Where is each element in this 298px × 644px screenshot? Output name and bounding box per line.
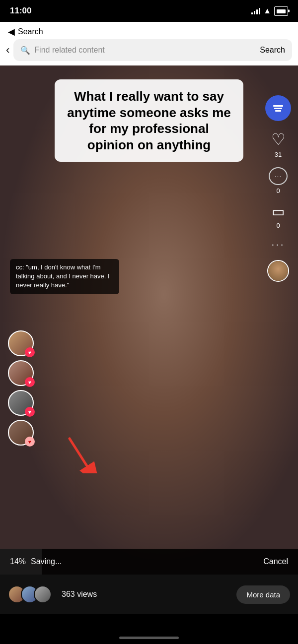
- like-action[interactable]: ♡ 31: [271, 130, 286, 158]
- nav-back-label[interactable]: Search: [18, 27, 43, 36]
- search-bar[interactable]: 🔍 Find related content Search: [13, 39, 292, 61]
- svg-line-1: [70, 439, 87, 466]
- signal-icon: [251, 7, 260, 14]
- status-bar: 11:00 ▲: [0, 0, 298, 22]
- more-dots-icon: ···: [271, 238, 285, 251]
- header: ◀ Search ‹ 🔍 Find related content Search: [0, 22, 298, 65]
- user-avatar-3[interactable]: ♥: [8, 390, 34, 416]
- heart-icon: ♡: [271, 130, 286, 149]
- user-avatar-4[interactable]: ♥: [8, 420, 34, 446]
- search-row: ‹ 🔍 Find related content Search: [0, 39, 298, 61]
- caption-overlay: What I really want to say anytime someon…: [55, 79, 243, 162]
- user-avatar-2[interactable]: ♥: [8, 360, 34, 386]
- bookmark-icon: ▭: [272, 203, 285, 220]
- save-progress-fill: [0, 549, 42, 575]
- status-icons: ▲: [251, 6, 288, 16]
- layers-icon: [273, 105, 283, 112]
- heart-badge-1: ♥: [25, 347, 35, 357]
- comment-action[interactable]: ··· 0: [269, 167, 288, 194]
- save-bar: 14% Saving... Cancel: [0, 549, 298, 575]
- bookmark-count: 0: [276, 222, 280, 229]
- right-actions: ♡ 31 ··· 0 ▭ 0 ···: [265, 95, 291, 282]
- back-arrow-icon: ◀: [8, 26, 15, 37]
- creator-avatar[interactable]: [267, 260, 289, 282]
- like-count: 31: [275, 151, 282, 158]
- caption-text: What I really want to say anytime someon…: [66, 88, 232, 153]
- comment-count: 0: [276, 187, 280, 194]
- search-button[interactable]: Search: [260, 46, 285, 55]
- avatar-face: [268, 261, 288, 281]
- stack-action[interactable]: [265, 95, 291, 121]
- more-data-button[interactable]: More data: [236, 585, 290, 604]
- bookmark-action[interactable]: ▭ 0: [272, 203, 285, 229]
- heart-badge-3: ♥: [25, 407, 35, 417]
- back-chevron-icon[interactable]: ‹: [6, 44, 9, 57]
- search-icon: 🔍: [20, 46, 30, 55]
- bottom-avatar-3: [34, 585, 52, 603]
- bottom-bar: 363 views More data: [0, 575, 298, 614]
- heart-badge-2: ♥: [25, 377, 35, 387]
- red-arrow-icon: [60, 434, 99, 473]
- status-time: 11:00: [10, 6, 31, 16]
- cancel-button[interactable]: Cancel: [263, 557, 288, 566]
- user-avatar-1[interactable]: ♥: [8, 330, 34, 356]
- home-indicator: [119, 637, 179, 639]
- comment-dots: ···: [275, 172, 282, 180]
- video-area: What I really want to say anytime someon…: [0, 65, 298, 575]
- battery-icon: [274, 6, 288, 16]
- nav-row: ◀ Search: [0, 26, 298, 37]
- comment-icon: ···: [269, 167, 288, 185]
- stack-icon-circle: [265, 95, 291, 121]
- views-count: 363 views: [62, 590, 236, 599]
- cc-subtitle: cc: "um, I don't know what I'm talking a…: [10, 259, 119, 294]
- left-avatars: ♥ ♥ ♥ ♥: [8, 330, 34, 446]
- heart-badge-4: ♥: [25, 437, 35, 447]
- save-label: Saving...: [31, 557, 263, 566]
- more-action[interactable]: ···: [271, 238, 285, 251]
- cc-text: cc: "um, I don't know what I'm talking a…: [16, 263, 113, 290]
- wifi-icon: ▲: [263, 6, 271, 15]
- bottom-avatars: [8, 585, 47, 603]
- search-input[interactable]: Find related content: [34, 46, 256, 55]
- arrow-indicator: [60, 434, 99, 475]
